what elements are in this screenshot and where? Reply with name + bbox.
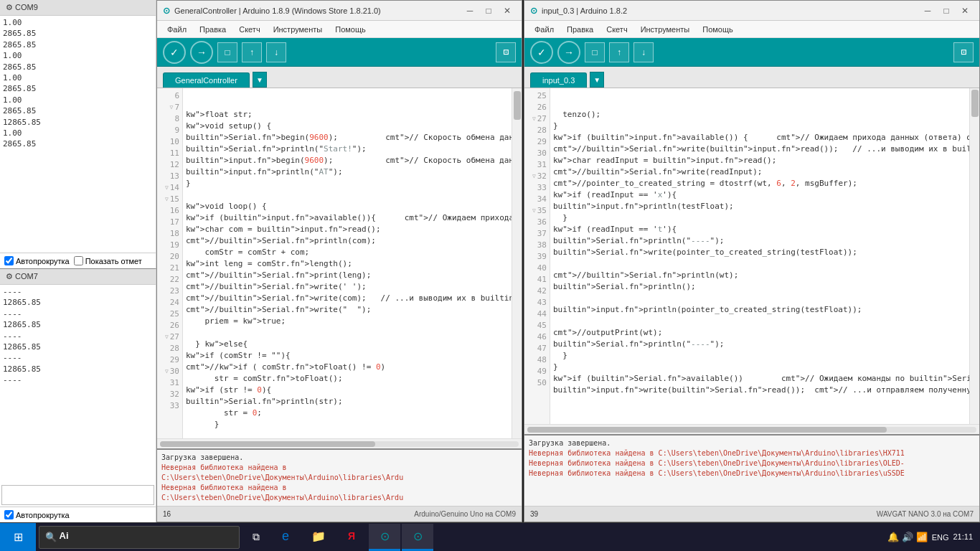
- code-line: cmt">//builtin">Serial.fn">write(builtin…: [553, 143, 966, 154]
- serial-monitor-btn-2[interactable]: ⊡: [953, 42, 974, 62]
- window1-scrollbar-v[interactable]: [512, 88, 522, 438]
- com7-input-field[interactable]: [1, 485, 154, 505]
- explorer-icon: 📁: [311, 529, 326, 543]
- code-line: }: [186, 177, 509, 189]
- window1-code[interactable]: kw">float str;kw">void setup() { builtin…: [183, 88, 512, 438]
- taskbar-explorer[interactable]: 📁: [303, 524, 334, 551]
- menu1-help[interactable]: Помощь: [329, 24, 372, 35]
- code-line: comStr = comStr + com;: [186, 246, 509, 258]
- window2-maximize[interactable]: □: [938, 4, 955, 18]
- serial-monitor-com9: ⚙ COM9 1.002865.852865.851.002865.851.00…: [0, 0, 156, 268]
- arduino-taskbar-icon-2: ⊙: [413, 529, 423, 543]
- code-line: builtin">input.fn">write(builtin">Serial…: [553, 384, 966, 395]
- code-line: cmt">//kw">if ( comStr.fn">toFloat() != …: [186, 361, 509, 372]
- com9-line: 2865.85: [3, 83, 153, 94]
- code-line: builtin">Serial.fn">println("----");: [553, 235, 966, 246]
- taskbar-arduino-1[interactable]: ⊙: [369, 524, 400, 551]
- com7-line: 12865.85: [3, 364, 153, 375]
- line-num: ▽7: [157, 101, 182, 113]
- com7-header: ⚙ COM7: [0, 269, 156, 285]
- window2-scrollbar-h[interactable]: [524, 424, 979, 434]
- autoscroll-label[interactable]: Автопрокрутка: [4, 256, 70, 265]
- com7-autoscroll-checkbox[interactable]: [4, 510, 14, 519]
- window2-close[interactable]: ✕: [956, 4, 974, 18]
- code-line: kw">if (builtin">Serial.fn">available())…: [553, 372, 966, 384]
- line-num: 29: [524, 136, 550, 147]
- window1-maximize[interactable]: □: [480, 4, 497, 18]
- console-line: Загрузка завершена.: [529, 438, 975, 448]
- line-num: 20: [157, 250, 182, 262]
- taskbar-yandex[interactable]: Я: [336, 524, 367, 551]
- new-button-1[interactable]: □: [217, 42, 237, 62]
- menu1-file[interactable]: Файл: [161, 24, 192, 35]
- window2-toolbar: ✓ → □ ↑ ↓ ⊡: [524, 38, 979, 67]
- tab2-dropdown[interactable]: ▼: [590, 72, 604, 88]
- tab2-input[interactable]: input_0.3: [530, 72, 587, 88]
- line-num: 26: [157, 319, 182, 331]
- line-num: 34: [524, 193, 550, 204]
- menu1-sketch[interactable]: Скетч: [233, 24, 265, 35]
- line-num: ▽27: [157, 331, 182, 342]
- window1-close[interactable]: ✕: [499, 4, 516, 18]
- menu2-help[interactable]: Помощь: [697, 24, 739, 35]
- code-line: kw">if (readInput == 't'){: [553, 223, 966, 235]
- verify-button-2[interactable]: ✓: [530, 41, 553, 64]
- line-num: 8: [157, 113, 182, 124]
- window1-controls: ─ □ ✕: [461, 4, 516, 18]
- code-line: builtin">Serial.fn">write(pointer_to_cre…: [553, 246, 966, 258]
- tab1-dropdown[interactable]: ▼: [253, 72, 267, 88]
- serial-monitor-btn-1[interactable]: ⊡: [496, 42, 516, 62]
- open-button-2[interactable]: ↑: [609, 42, 629, 62]
- console-line: Неверная библиотека найдена в C:\Users\t…: [161, 483, 517, 503]
- window1-title: GeneralController | Arduino 1.8.9 (Windo…: [174, 6, 381, 15]
- code-line: }: [553, 120, 966, 131]
- taskbar-arduino-2[interactable]: ⊙: [402, 524, 433, 551]
- save-button-1[interactable]: ↓: [266, 42, 286, 62]
- window2-minimize[interactable]: ─: [919, 4, 936, 18]
- menu2-edit[interactable]: Правка: [561, 24, 599, 35]
- window1-scrollbar-h[interactable]: [157, 438, 522, 448]
- menu1-tools[interactable]: Инструменты: [268, 24, 329, 35]
- line-num: 11: [157, 147, 182, 159]
- show-timestamp-label[interactable]: Показать отмет: [74, 256, 142, 265]
- code-line: builtin">Serial.fn">println("Start!");: [186, 143, 509, 154]
- autoscroll-checkbox[interactable]: [4, 256, 14, 265]
- window1-menubar: Файл Правка Скетч Инструменты Помощь: [157, 21, 522, 38]
- window2-scrollbar-v[interactable]: [969, 88, 979, 424]
- menu1-edit[interactable]: Правка: [194, 24, 232, 35]
- com7-line: 12865.85: [3, 342, 153, 352]
- menu2-sketch[interactable]: Скетч: [600, 24, 633, 35]
- window2-code[interactable]: tenzo();}kw">if (builtin">input.fn">avai…: [550, 88, 969, 424]
- upload-button-1[interactable]: →: [190, 41, 213, 64]
- show-timestamp-checkbox[interactable]: [74, 256, 83, 265]
- line-num: ▽15: [157, 193, 182, 204]
- scrollbar-v-thumb-2: [971, 90, 979, 117]
- taskbar-edge[interactable]: e: [270, 524, 301, 551]
- window1-minimize[interactable]: ─: [461, 4, 479, 18]
- save-button-2[interactable]: ↓: [633, 42, 654, 62]
- upload-button-2[interactable]: →: [557, 41, 580, 64]
- com9-line: 1.00: [3, 128, 153, 138]
- com7-autoscroll-label[interactable]: Автопрокрутка: [4, 510, 70, 519]
- verify-button-1[interactable]: ✓: [163, 41, 186, 64]
- new-button-2[interactable]: □: [585, 42, 605, 62]
- open-button-1[interactable]: ↑: [242, 42, 262, 62]
- taskbar-ai[interactable]: Ai: [46, 522, 82, 551]
- line-num: 46: [524, 331, 550, 342]
- code-line: cmt">//builtin">Serial.fn">write(com); /…: [186, 292, 509, 303]
- arduino-window-input: ⊙ input_0.3 | Arduino 1.8.2 ─ □ ✕ Файл П…: [524, 0, 980, 522]
- com7-line: ----: [3, 309, 153, 319]
- task-view-button[interactable]: ⧉: [242, 524, 270, 551]
- line-num: 28: [157, 342, 182, 354]
- tab1-general[interactable]: GeneralController: [163, 72, 250, 88]
- menu2-tools[interactable]: Инструменты: [635, 24, 696, 35]
- code-line: kw">if (readInput == 'x'){: [553, 189, 966, 200]
- code-line: kw">if (str != 0){: [186, 384, 509, 395]
- windows-icon: ⊞: [14, 530, 23, 544]
- taskbar-apps: e 📁 Я ⊙ ⊙ Ai: [270, 524, 880, 551]
- menu2-file[interactable]: Файл: [529, 24, 560, 35]
- start-button[interactable]: ⊞: [0, 523, 36, 552]
- line-num: 16: [157, 204, 182, 216]
- code-line: builtin">Serial.fn">println("----");: [553, 338, 966, 349]
- window2-line-numbers: 2526▽2728293031▽323334▽35363738394041424…: [524, 88, 550, 424]
